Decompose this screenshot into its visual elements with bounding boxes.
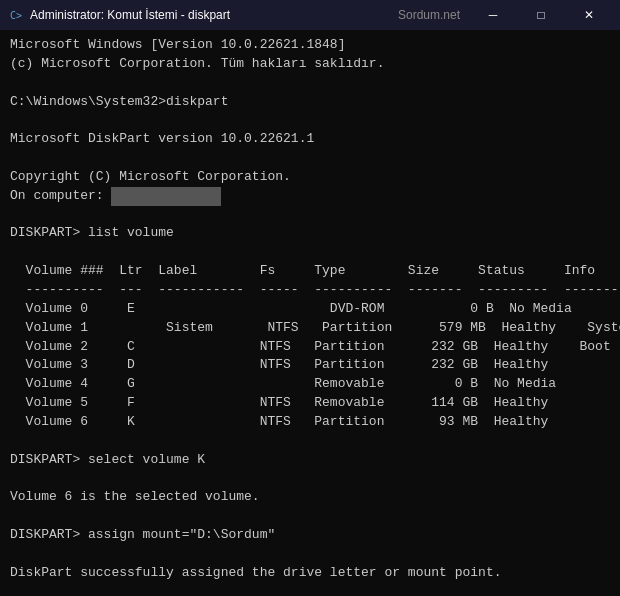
assign-cmd-line: DISKPART> assign mount="D:\Sordum" — [10, 526, 610, 545]
vol1-line: Volume 1 Sistem NTFS Partition 579 MB He… — [10, 319, 610, 338]
close-button[interactable]: ✕ — [566, 0, 612, 30]
on-computer-line: On computer: — [10, 187, 610, 206]
blank-line-8 — [10, 507, 610, 526]
blank-line-4 — [10, 206, 610, 225]
blank-line-1 — [10, 74, 610, 93]
copyright-line: (c) Microsoft Corporation. Tüm hakları s… — [10, 55, 610, 74]
blank-line-6 — [10, 432, 610, 451]
blank-line-7 — [10, 469, 610, 488]
vol-header-line: Volume ### Ltr Label Fs Type Size Status… — [10, 262, 610, 281]
computer-name-redacted — [111, 187, 220, 206]
maximize-button[interactable]: □ — [518, 0, 564, 30]
vol3-line: Volume 3 D NTFS Partition 232 GB Healthy — [10, 356, 610, 375]
vol0-line: Volume 0 E DVD-ROM 0 B No Media — [10, 300, 610, 319]
blank-line-10 — [10, 582, 610, 596]
list-volume-cmd-line: DISKPART> list volume — [10, 224, 610, 243]
vol-sep-line: ---------- --- ----------- ----- -------… — [10, 281, 610, 300]
svg-text:C>: C> — [10, 10, 22, 21]
win-version-line: Microsoft Windows [Version 10.0.22621.18… — [10, 36, 610, 55]
title-bar: C> Administrator: Komut İstemi - diskpar… — [0, 0, 620, 30]
diskpart-version-line: Microsoft DiskPart version 10.0.22621.1 — [10, 130, 610, 149]
vol2-line: Volume 2 C NTFS Partition 232 GB Healthy… — [10, 338, 610, 357]
terminal-window: Microsoft Windows [Version 10.0.22621.18… — [0, 30, 620, 596]
vol5-line: Volume 5 F NTFS Removable 114 GB Healthy — [10, 394, 610, 413]
blank-line-9 — [10, 545, 610, 564]
blank-line-5 — [10, 243, 610, 262]
vol4-line: Volume 4 G Removable 0 B No Media — [10, 375, 610, 394]
cmd-icon: C> — [8, 7, 24, 23]
window-title: Administrator: Komut İstemi - diskpart — [30, 8, 398, 22]
window-controls: ─ □ ✕ — [470, 0, 612, 30]
path-diskpart-line: C:\Windows\System32>diskpart — [10, 93, 610, 112]
vol6-selected-line: Volume 6 is the selected volume. — [10, 488, 610, 507]
select-vol-cmd-line: DISKPART> select volume K — [10, 451, 610, 470]
success-msg-line: DiskPart successfully assigned the drive… — [10, 564, 610, 583]
minimize-button[interactable]: ─ — [470, 0, 516, 30]
ms-copyright-line: Copyright (C) Microsoft Corporation. — [10, 168, 610, 187]
blank-line-3 — [10, 149, 610, 168]
watermark: Sordum.net — [398, 8, 460, 22]
blank-line-2 — [10, 111, 610, 130]
vol6-line: Volume 6 K NTFS Partition 93 MB Healthy — [10, 413, 610, 432]
